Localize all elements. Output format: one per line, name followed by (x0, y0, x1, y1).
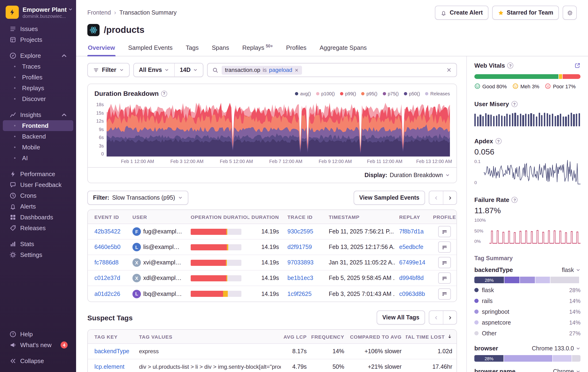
replay-id-link[interactable]: e5edbcfe (399, 244, 423, 250)
profile-button[interactable] (438, 257, 451, 268)
sidebar-item-profiles[interactable]: Profiles (3, 72, 73, 83)
sidebar-item-backend[interactable]: Backend (3, 131, 73, 142)
sidebar-item-alerts[interactable]: Alerts (3, 201, 73, 212)
tab-replays[interactable]: Replays50+ (242, 42, 273, 56)
sidebar-item-issues[interactable]: Issues (3, 23, 73, 34)
tag-value-select[interactable]: Chrome (553, 368, 580, 372)
sidebar-item-help[interactable]: Help (3, 329, 73, 340)
sidebar-item-stats[interactable]: Stats (3, 239, 73, 249)
legend-item[interactable]: p100() (316, 91, 335, 96)
duration-breakdown-chart[interactable] (107, 102, 450, 157)
sidebar-item-frontend[interactable]: Frontend (3, 120, 73, 131)
event-id-link[interactable]: 6460e5b0 (94, 244, 120, 250)
tag-legend-item[interactable]: aspnetcore14% (474, 317, 580, 328)
breadcrumb-project-link[interactable]: Frontend (87, 9, 111, 16)
previous-page-button[interactable] (429, 311, 443, 324)
profile-button[interactable] (438, 241, 451, 253)
tag-legend-item[interactable]: flask28% (474, 285, 580, 296)
tag-value-select[interactable]: flask (562, 266, 580, 273)
environment-select[interactable]: All Envs (134, 64, 174, 76)
sidebar-item-discover[interactable]: Discover (3, 94, 73, 104)
tag-legend-item[interactable]: springboot14% (474, 306, 580, 317)
trace-id-link[interactable]: be1b1ec3 (287, 275, 313, 281)
sidebar-item-replays[interactable]: Replays (3, 83, 73, 94)
tag-legend-item[interactable]: Other27% (474, 328, 580, 339)
help-icon[interactable]: ? (511, 101, 517, 107)
profile-button[interactable] (438, 288, 451, 299)
tag-distribution-bar[interactable]: 28% (474, 277, 580, 283)
replay-id-link[interactable]: c0963d8b (399, 290, 425, 297)
profile-button[interactable] (438, 272, 451, 284)
event-id-link[interactable]: 42b35422 (94, 228, 120, 235)
clear-search-icon[interactable] (446, 67, 452, 73)
profile-button[interactable] (438, 226, 451, 237)
org-switcher[interactable]: Empower Plant dominik.buszowiec... (0, 5, 76, 23)
help-icon[interactable]: ? (507, 63, 514, 69)
external-link-icon[interactable] (574, 63, 580, 69)
date-range-select[interactable]: 14D (174, 64, 203, 76)
sidebar-item-projects[interactable]: Projects (3, 34, 73, 45)
tag-value-select[interactable]: Chrome 133.0.0 (532, 345, 580, 351)
help-icon[interactable]: ? (512, 197, 518, 203)
starred-for-team-button[interactable]: Starred for Team (492, 6, 559, 20)
legend-item[interactable]: p95() (361, 91, 377, 96)
sidebar-item-performance[interactable]: Performance (3, 169, 73, 180)
sidebar-item-whats-new[interactable]: What's new4 (3, 340, 73, 351)
help-icon[interactable]: ? (495, 138, 501, 144)
tab-sampled-events[interactable]: Sampled Events (128, 42, 173, 56)
view-sampled-events-button[interactable]: View Sampled Events (353, 191, 425, 205)
tag-key-link[interactable]: lcp.element (94, 363, 125, 370)
tag-legend-item[interactable]: rails14% (474, 296, 580, 306)
sidebar-item-crons[interactable]: Crons (3, 190, 73, 201)
trace-id-link[interactable]: 97033893 (287, 259, 314, 266)
sidebar-item-mobile[interactable]: Mobile (3, 142, 73, 153)
tab-tags[interactable]: Tags (185, 42, 199, 56)
event-id-link[interactable]: c012e37d (94, 275, 120, 281)
sidebar-item-user-feedback[interactable]: User Feedback (3, 180, 73, 190)
sidebar-item-dashboards[interactable]: Dashboards (3, 212, 73, 223)
issues-icon (9, 25, 16, 32)
tab-spans[interactable]: Spans (211, 42, 230, 56)
legend-item[interactable]: p50() (404, 91, 420, 96)
help-icon[interactable]: ? (161, 90, 167, 96)
previous-page-button[interactable] (429, 191, 443, 204)
view-all-tags-button[interactable]: View All Tags (377, 310, 425, 325)
next-page-button[interactable] (443, 311, 456, 324)
next-page-button[interactable] (443, 191, 456, 204)
replay-id-link[interactable]: 7f8b7d1a (399, 228, 424, 235)
sidebar-item-releases[interactable]: Releases (3, 223, 73, 234)
sidebar-item-traces[interactable]: Traces (3, 61, 73, 72)
legend-item[interactable]: avg() (295, 91, 311, 96)
replay-id-link[interactable]: d994bf8d (399, 275, 424, 281)
sidebar-item-settings[interactable]: Settings (3, 249, 73, 260)
search-bar[interactable]: transaction.op is pageload (207, 63, 457, 77)
trace-id-link[interactable]: 1c9f2625 (287, 290, 312, 297)
create-alert-button[interactable]: Create Alert (435, 6, 488, 20)
tag-key-link[interactable]: backendType (94, 348, 129, 355)
display-select[interactable]: Display: Duration Breakdown (88, 167, 456, 183)
event-id-link[interactable]: a01d2c26 (94, 290, 120, 297)
filter-button[interactable]: Filter (87, 63, 129, 77)
remove-token-icon[interactable] (295, 68, 299, 72)
token-operator: is (262, 67, 266, 73)
sidebar-item-ai[interactable]: AI (3, 153, 73, 163)
replay-id-link[interactable]: 67499e14 (399, 259, 425, 266)
tab-overview[interactable]: Overview (87, 42, 116, 56)
sidebar-item-collapse[interactable]: Collapse (3, 356, 73, 366)
trace-id-link[interactable]: d2f91759 (287, 244, 312, 250)
sidebar-item-explore[interactable]: Explore (3, 50, 73, 61)
column-header[interactable]: TOTAL TIME LOST (406, 334, 456, 339)
bullet-icon (11, 98, 18, 100)
trace-id-link[interactable]: 930c2595 (287, 228, 313, 235)
legend-item[interactable]: p75() (383, 91, 399, 96)
tab-profiles[interactable]: Profiles (285, 42, 307, 56)
settings-button[interactable] (563, 6, 577, 20)
tab-aggregate-spans[interactable]: Aggregate Spans (319, 42, 367, 56)
legend-item[interactable]: p99() (340, 91, 356, 96)
event-id-link[interactable]: fc7886d8 (94, 259, 119, 266)
search-token[interactable]: transaction.op is pageload (222, 65, 302, 74)
tag-distribution-bar[interactable]: 28% (474, 355, 580, 362)
sidebar-item-insights[interactable]: Insights (3, 109, 73, 120)
transaction-filter-select[interactable]: Filter: Slow Transactions (p95) (87, 191, 188, 205)
legend-item[interactable]: Releases (425, 91, 450, 96)
